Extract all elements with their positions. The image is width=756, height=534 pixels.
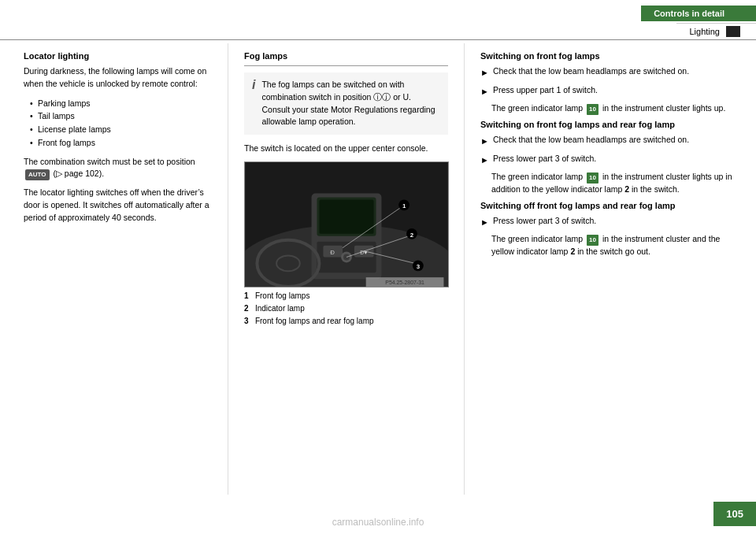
section3-sub: The green indicator lamp 10 in the instr… [491, 233, 740, 258]
arrow-icon-3: ► [480, 135, 489, 148]
arrow-icon-4: ► [480, 154, 489, 167]
section1-item1: ► Check that the low beam headlamps are … [480, 65, 740, 80]
arrow-icon-5: ► [480, 216, 489, 229]
svg-text:P54.25-2807-31: P54.25-2807-31 [385, 280, 424, 285]
section2-item1-text: Check that the low beam headlamps are sw… [493, 134, 689, 146]
section3-item1: ► Press lower part 3 of switch. [480, 215, 740, 229]
switch-on-front-rear-heading: Switching on front fog lamps and rear fo… [480, 120, 740, 129]
page-container: Controls in detail Lighting Locator ligh… [0, 0, 756, 534]
fog-lamps-heading: Fog lamps [244, 51, 448, 61]
arrow-icon-1: ► [480, 66, 489, 80]
col-middle: Fog lamps i The fog lamps can be switche… [228, 43, 465, 495]
green-badge-1: 10 [587, 104, 598, 115]
section2-item2-text: Press lower part 3 of switch. [493, 153, 596, 165]
caption-num-3: 3 [244, 317, 249, 325]
fog-lamps-divider [244, 65, 448, 66]
list-item: Parking lamps [30, 97, 212, 110]
watermark: carmanualsonline.info [332, 517, 424, 528]
section2-item2: ► Press lower part 3 of switch. [480, 153, 740, 167]
locator-para3: The locator lighting switches off when t… [24, 187, 212, 224]
section1-item2: ► Press upper part 1 of switch. [480, 84, 740, 98]
caption-row-1: 1 Front fog lamps [244, 290, 449, 302]
locator-lighting-heading: Locator lighting [24, 51, 212, 61]
caption-text-3: Front fog lamps and rear fog lamp [255, 317, 374, 325]
info-icon: i [252, 79, 255, 128]
svg-text:Ð: Ð [330, 248, 335, 255]
header-right: Controls in detail Lighting [641, 6, 756, 39]
switch-on-front-heading: Switching on front fog lamps [480, 51, 740, 61]
page-number: 105 [713, 502, 756, 526]
section1-item2-text: Press upper part 1 of switch. [493, 84, 598, 97]
car-image: Ð Ð♥ 1 2 [244, 161, 449, 287]
col-right: Switching on front fog lamps ► Check tha… [465, 43, 756, 495]
section1-sub: The green indicator lamp 10 in the instr… [491, 102, 740, 115]
caption-row-3: 3 Front fog lamps and rear fog lamp [244, 315, 449, 328]
section3-item1-text: Press lower part 3 of switch. [493, 215, 596, 228]
svg-text:1: 1 [402, 202, 406, 210]
caption-num-1: 1 [244, 291, 249, 300]
section2-item1: ► Check that the low beam headlamps are … [480, 134, 740, 148]
green-badge-3: 10 [587, 235, 598, 246]
main-columns: Locator lighting During darkness, the fo… [0, 43, 756, 495]
col-left: Locator lighting During darkness, the fo… [0, 43, 228, 495]
lighting-tab-indicator [726, 26, 740, 37]
svg-text:3: 3 [417, 263, 421, 270]
top-divider [0, 39, 756, 40]
arrow-icon-2: ► [480, 85, 489, 98]
locator-para1: During darkness, the following lamps wil… [24, 65, 212, 91]
locator-para2: The combination switch must be set to po… [24, 156, 212, 181]
controls-detail-label: Controls in detail [654, 9, 724, 18]
section1-item1-text: Check that the low beam headlamps are sw… [493, 65, 689, 78]
list-item: License plate lamps [30, 123, 212, 136]
svg-rect-4 [319, 199, 373, 233]
list-item: Tail lamps [30, 109, 212, 123]
caption-num-2: 2 [244, 304, 249, 313]
switch-off-heading: Switching off front fog lamps and rear f… [480, 201, 740, 210]
svg-text:2: 2 [410, 232, 414, 239]
car-image-container: Ð Ð♥ 1 2 [244, 161, 449, 328]
image-caption: 1 Front fog lamps 2 Indicator lamp 3 Fro… [244, 290, 449, 328]
locator-bullet-list: Parking lamps Tail lamps License plate l… [30, 97, 212, 150]
lighting-label: Lighting [689, 27, 720, 36]
lighting-tab: Lighting [676, 23, 756, 39]
section2-sub: The green indicator lamp 10 in the instr… [491, 171, 740, 196]
caption-text-1: Front fog lamps [255, 291, 309, 300]
caption-row-2: 2 Indicator lamp [244, 302, 449, 315]
switch-location-text: The switch is located on the upper cente… [244, 143, 448, 155]
list-item: Front fog lamps [30, 136, 212, 150]
controls-detail-tab: Controls in detail [641, 6, 756, 21]
info-box: i The fog lamps can be switched on with … [244, 72, 448, 135]
auto-badge: AUTO [25, 169, 50, 180]
green-badge-2: 10 [587, 172, 598, 184]
caption-text-2: Indicator lamp [255, 304, 305, 313]
header-bar: Controls in detail Lighting [0, 0, 756, 39]
info-text: The fog lamps can be switched on with co… [261, 79, 440, 128]
